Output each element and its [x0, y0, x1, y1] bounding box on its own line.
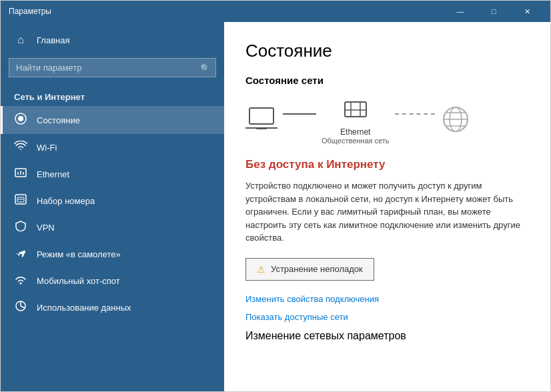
dashed-line — [395, 113, 435, 115]
dialup-icon — [14, 194, 27, 207]
ethernet-label: Ethernet — [37, 169, 69, 179]
sidebar-item-vpn[interactable]: VPN — [1, 214, 224, 241]
wifi-icon — [14, 141, 27, 154]
hotspot-icon — [14, 274, 27, 287]
sidebar-home-label: Главная — [37, 35, 69, 45]
sidebar-item-wifi[interactable]: Wi-Fi — [1, 134, 224, 161]
solid-line — [283, 113, 316, 115]
sidebar-item-ethernet[interactable]: Ethernet — [1, 161, 224, 187]
ethernet-icon — [14, 167, 27, 181]
window-title: Параметры — [9, 7, 445, 16]
globe-icon — [440, 104, 471, 137]
network-status-section-title: Состояние сети — [245, 75, 529, 86]
search-icon: 🔍 — [200, 63, 211, 73]
sidebar-item-hotspot[interactable]: Мобильный хот-спот — [1, 267, 224, 294]
network-diagram: Ethernet Общественная сеть — [245, 97, 529, 145]
svg-point-9 — [20, 283, 22, 285]
sidebar-section-label: Сеть и Интернет — [1, 85, 224, 106]
maximize-button[interactable]: □ — [478, 1, 509, 22]
status-error-title: Без доступа к Интернету — [245, 158, 529, 171]
svg-rect-13 — [256, 128, 267, 129]
airplane-label: Режим «в самолете» — [37, 249, 121, 259]
titlebar: Параметры — □ ✕ — [1, 1, 550, 22]
wifi-label: Wi-Fi — [37, 143, 57, 153]
troubleshoot-label: Устранение неполадок — [271, 264, 363, 274]
main-panel: Состояние Состояние сети — [224, 22, 550, 391]
dialup-label: Набор номера — [37, 196, 95, 206]
internet-device — [440, 104, 471, 137]
titlebar-controls: — □ ✕ — [445, 1, 542, 22]
change-connection-properties-link[interactable]: Изменить свойства подключения — [245, 294, 529, 304]
ethernet-device-sublabel: Общественная сеть — [322, 137, 390, 145]
svg-rect-14 — [345, 102, 366, 117]
airplane-icon — [14, 247, 27, 261]
vpn-label: VPN — [37, 223, 55, 233]
status-label: Состояние — [37, 115, 80, 125]
sidebar-item-dialup[interactable]: Набор номера — [1, 187, 224, 214]
datausage-icon — [14, 301, 27, 314]
datausage-label: Использование данных — [37, 303, 131, 313]
status-description: Устройство подключено и может получить д… — [245, 179, 529, 245]
hotspot-label: Мобильный хот-спот — [37, 276, 120, 286]
search-input[interactable] — [9, 58, 216, 77]
sidebar-item-datausage[interactable]: Использование данных — [1, 294, 224, 321]
main-content: ⌂ Главная 🔍 Сеть и Интернет Состояние — [1, 22, 550, 391]
page-title: Состояние — [245, 41, 529, 61]
warning-icon: ⚠ — [257, 264, 265, 275]
status-icon — [14, 113, 27, 127]
ethernet-device-label: Ethernet — [340, 127, 370, 137]
sidebar: ⌂ Главная 🔍 Сеть и Интернет Состояние — [1, 22, 224, 391]
laptop-icon — [245, 105, 278, 137]
svg-rect-11 — [249, 108, 273, 124]
sidebar-item-airplane[interactable]: Режим «в самолете» — [1, 241, 224, 267]
sidebar-search-container: 🔍 — [9, 58, 216, 77]
sidebar-item-home[interactable]: ⌂ Главная — [1, 27, 224, 53]
home-icon: ⌂ — [14, 34, 27, 46]
sidebar-item-status[interactable]: Состояние — [1, 106, 224, 134]
troubleshoot-button[interactable]: ⚠ Устранение неполадок — [245, 258, 374, 281]
settings-window: Параметры — □ ✕ ⌂ Главная 🔍 Сеть и Интер… — [0, 0, 551, 392]
minimize-button[interactable]: — — [445, 1, 476, 22]
close-button[interactable]: ✕ — [512, 1, 542, 22]
svg-point-1 — [18, 116, 23, 121]
ethernet-device: Ethernet Общественная сеть — [322, 97, 390, 145]
show-available-networks-link[interactable]: Показать доступные сети — [245, 312, 529, 322]
ethernet-device-icon — [342, 97, 369, 125]
vpn-icon — [14, 221, 27, 234]
laptop-device — [245, 105, 278, 137]
change-network-settings-title: Изменение сетевых параметров — [245, 330, 529, 342]
